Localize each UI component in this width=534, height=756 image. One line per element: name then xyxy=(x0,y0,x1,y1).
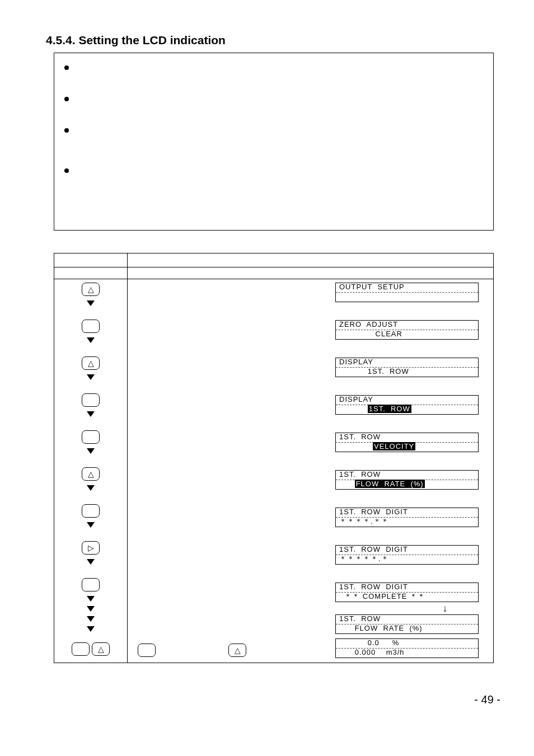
key-column: △ △ △ ▷ △ xyxy=(54,279,128,663)
flow-arrow-icon xyxy=(87,337,95,343)
enter-button[interactable] xyxy=(82,430,100,444)
triangle-up-icon: △ xyxy=(235,646,241,655)
enter-button[interactable] xyxy=(82,393,100,407)
flow-arrow-icon xyxy=(87,559,95,565)
lcd-line-1: 1ST. ROW xyxy=(336,433,478,443)
triangle-up-icon: △ xyxy=(98,645,104,654)
page-number: - 49 - xyxy=(46,693,502,706)
section-heading: 4.5.4. Setting the LCD indication xyxy=(46,34,502,47)
enter-button[interactable] xyxy=(82,504,100,518)
lcd-screen: DISPLAY 1ST. ROW xyxy=(335,395,479,415)
lcd-column: OUTPUT SETUP ZERO ADJUST CLEAR DISPLAY 1… xyxy=(335,279,493,663)
lcd-line-2: 0.000 m3/h xyxy=(336,649,478,658)
flow-arrow-icon xyxy=(87,485,95,491)
bullet xyxy=(64,97,69,101)
triangle-up-icon: △ xyxy=(88,285,94,294)
down-arrow-icon: ↓ xyxy=(397,603,493,613)
enter-button[interactable] xyxy=(82,578,100,591)
lcd-line-2: FLOW RATE (%) xyxy=(336,480,478,489)
flow-arrow-icon xyxy=(87,374,95,380)
flow-arrow-icon xyxy=(87,596,95,602)
lcd-screen: 0.0 % 0.000 m3/h xyxy=(335,638,479,658)
lcd-line-2: VELOCITY xyxy=(336,443,478,452)
bullet xyxy=(64,168,69,173)
enter-button[interactable] xyxy=(82,320,100,333)
lcd-line-2: FLOW RATE (%) xyxy=(336,624,478,633)
triangle-up-icon: △ xyxy=(88,469,94,478)
up-button[interactable]: △ xyxy=(92,642,110,656)
lcd-screen: ZERO ADJUST CLEAR xyxy=(335,320,479,340)
lcd-screen: 1ST. ROW FLOW RATE (%) xyxy=(335,614,479,634)
lcd-line-1: 0.0 % xyxy=(336,639,478,649)
up-button[interactable]: △ xyxy=(82,356,100,370)
lcd-line-1: OUTPUT SETUP xyxy=(336,283,478,293)
mid-column: △ xyxy=(128,279,335,663)
flow-arrow-icon xyxy=(87,606,95,612)
lcd-line-2: CLEAR xyxy=(336,330,478,339)
triangle-right-icon: ▷ xyxy=(88,543,94,552)
enter-button[interactable] xyxy=(72,642,90,656)
lcd-screen: 1ST. ROW DIGIT ＊＊＊＊.＊＊ xyxy=(335,508,479,527)
lcd-line-2 xyxy=(336,293,478,302)
triangle-up-icon: △ xyxy=(88,359,94,368)
right-button[interactable]: ▷ xyxy=(82,541,100,555)
lcd-line-1: 1ST. ROW xyxy=(336,615,478,624)
bullet xyxy=(64,65,69,70)
flow-arrow-icon xyxy=(87,411,95,417)
lcd-screen: 1ST. ROW FLOW RATE (%) xyxy=(335,470,479,490)
lcd-line-1: 1ST. ROW DIGIT xyxy=(336,508,478,518)
up-button[interactable]: △ xyxy=(82,283,100,296)
enter-button[interactable] xyxy=(138,644,156,657)
lcd-line-1: DISPLAY xyxy=(336,358,478,368)
flow-arrow-icon xyxy=(87,626,95,632)
lcd-screen: 1ST. ROW VELOCITY xyxy=(335,433,479,452)
lcd-screen: OUTPUT SETUP xyxy=(335,283,479,302)
lcd-line-2: 1ST. ROW xyxy=(336,405,478,414)
lcd-screen: 1ST. ROW DIGIT ＊＊＊＊＊.＊ xyxy=(335,545,479,565)
lcd-line-2: 1ST. ROW xyxy=(336,368,478,377)
lcd-line-2: ＊＊＊＊＊.＊ xyxy=(336,555,478,564)
lcd-screen: 1ST. ROW DIGIT ＊＊ COMPLETE ＊＊ xyxy=(335,583,479,602)
lcd-line-1: 1ST. ROW DIGIT xyxy=(336,583,478,593)
lcd-line-1: 1ST. ROW xyxy=(336,471,478,480)
flow-arrow-icon xyxy=(87,616,95,622)
flow-arrow-icon xyxy=(87,522,95,528)
up-button[interactable]: △ xyxy=(82,467,100,481)
flow-arrow-icon xyxy=(87,300,95,306)
lcd-line-2: ＊＊ COMPLETE ＊＊ xyxy=(336,593,478,602)
bullet xyxy=(64,128,69,133)
lcd-line-1: DISPLAY xyxy=(336,396,478,405)
lcd-line-1: 1ST. ROW DIGIT xyxy=(336,546,478,555)
lcd-screen: DISPLAY 1ST. ROW xyxy=(335,358,479,377)
up-button[interactable]: △ xyxy=(228,644,246,657)
flow-arrow-icon xyxy=(87,448,95,454)
lcd-line-1: ZERO ADJUST xyxy=(336,321,478,330)
lcd-line-2: ＊＊＊＊.＊＊ xyxy=(336,518,478,527)
info-box xyxy=(54,53,494,231)
procedure-table: △ △ △ ▷ △ xyxy=(54,253,494,663)
